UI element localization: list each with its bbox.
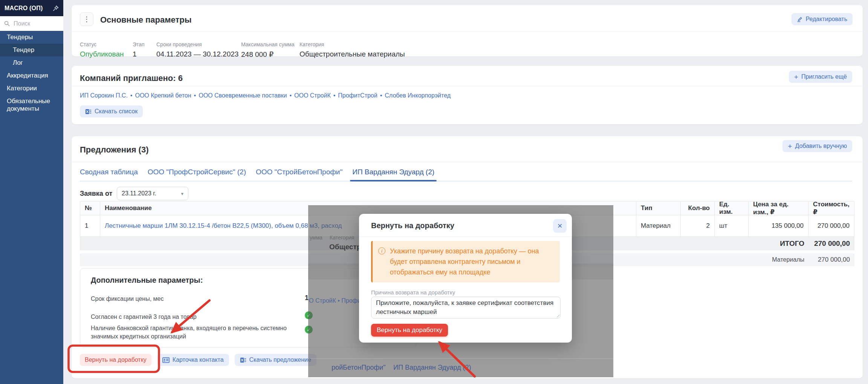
tab-stroybetonprofi[interactable]: ООО "СтройБетонПрофи" xyxy=(256,168,342,176)
sidebar-item-log[interactable]: Лог xyxy=(0,56,63,69)
contact-card-button[interactable]: Карточка контакта xyxy=(157,354,229,366)
field-max-sum: Максимальная сумма 248 000 ₽ xyxy=(241,41,294,59)
reason-field-wrap: Приложите, пожалуйста, к заявке сертифик… xyxy=(371,297,561,318)
sidebar-header: MACRO (ОП) xyxy=(0,0,63,16)
kebab-icon: ⋮ xyxy=(83,15,90,23)
field-stage: Этап 1 xyxy=(133,41,145,58)
dimmed-label: Категория xyxy=(330,235,354,241)
main-params-card: ⋮ Основные параметры Редактировать Стату… xyxy=(72,5,863,56)
tender-page: MACRO (ОП) Тендеры Тендер Лог Аккредитац… xyxy=(0,0,868,384)
dimmed-label: умма xyxy=(310,235,322,241)
excel-icon xyxy=(85,108,92,115)
sidebar-item-accreditation[interactable]: Аккредитация xyxy=(0,69,63,82)
download-offer-button[interactable]: Скачать предложение xyxy=(235,354,316,366)
sidebar-item-tenders[interactable]: Тендеры xyxy=(0,31,63,44)
field-dates: Сроки проведения 04.11.2023 — 30.12.2023 xyxy=(156,41,238,58)
close-icon: ✕ xyxy=(557,222,562,230)
divider xyxy=(72,86,863,86)
edit-button[interactable]: Редактировать xyxy=(792,13,853,25)
download-list-button[interactable]: Скачать список xyxy=(80,105,143,117)
sidebar-search xyxy=(0,16,63,31)
request-date-select[interactable]: 23.11.2023 г. ▾ xyxy=(117,187,188,200)
field-status: Статус Опубликован xyxy=(80,41,124,58)
companies-list: ИП Сорокин П.С.•ООО Крепкий бетон•ООО Св… xyxy=(80,92,451,99)
sidebar-nav: Тендеры Тендер Лог Аккредитация Категори… xyxy=(0,31,63,115)
modal-submit-button[interactable]: Вернуть на доработку xyxy=(371,324,448,337)
plus-icon: + xyxy=(794,73,798,81)
sidebar-item-tender[interactable]: Тендер xyxy=(0,44,63,56)
divider xyxy=(359,236,572,237)
item-name-link[interactable]: Лестничные марши 1ЛМ 30.12.15-4 /бетон В… xyxy=(105,222,342,230)
return-for-revision-modal: Вернуть на доработку ✕ i Укажите причину… xyxy=(359,214,572,343)
offer-actions: Вернуть на доработку Карточка контакта С… xyxy=(80,354,316,366)
divider xyxy=(72,31,863,32)
add-manually-button[interactable]: + Добавить вручную xyxy=(782,140,852,152)
reason-textarea[interactable]: Приложите, пожалуйста, к заявке сертифик… xyxy=(371,297,561,318)
page-title: Основные параметры xyxy=(100,15,191,25)
param-bank-guarantee: Наличие банковской гарантии банка, входя… xyxy=(91,324,296,341)
plus-icon: + xyxy=(788,143,792,150)
search-icon xyxy=(4,20,10,27)
sidebar-item-categories[interactable]: Категории xyxy=(0,82,63,95)
sidebar-item-required-docs[interactable]: Обязательные документы xyxy=(0,95,57,115)
modal-alert: i Укажите причину возврата на доработку … xyxy=(371,241,560,282)
company-link[interactable]: Слобев Инкорпорэйтед xyxy=(385,92,451,99)
field-category: Категория Общестроительные материалы xyxy=(300,41,405,58)
request-from-label: Заявка от xyxy=(80,187,112,200)
dimmed-divider xyxy=(308,358,613,359)
reason-label: Причина возврата на доработку xyxy=(371,289,455,296)
contact-card-icon xyxy=(162,357,170,363)
companies-title: Компаний приглашено: 6 xyxy=(80,73,183,83)
company-link[interactable]: ПрофитСтрой xyxy=(338,92,377,99)
offers-tabs: Сводная таблица ООО "ПрофСтройСервис" (2… xyxy=(80,168,852,181)
dimmed-tab: ИП Варданян Эдуард (2) xyxy=(393,364,471,372)
status-badge: Опубликован xyxy=(80,50,124,58)
tab-profstroyservice[interactable]: ООО "ПрофСтройСервис" (2) xyxy=(148,168,246,176)
companies-card: Компаний приглашено: 6 + Пригласить ещё … xyxy=(72,66,863,124)
divider xyxy=(72,162,863,162)
dimmed-tab: ройБетонПрофи" xyxy=(332,364,386,372)
invite-more-button[interactable]: + Пригласить ещё xyxy=(789,71,852,83)
dimmed-company-links: О СтройК • ПрофитС xyxy=(309,297,359,304)
additional-params-title: Дополнительные параметры: xyxy=(91,276,203,285)
tab-vardanyan[interactable]: ИП Варданян Эдуард (2) xyxy=(352,168,434,176)
app-title: MACRO (ОП) xyxy=(5,5,53,12)
modal-title: Вернуть на доработку xyxy=(371,221,454,230)
pencil-icon xyxy=(797,17,802,22)
info-icon: i xyxy=(378,247,385,254)
chevron-down-icon: ▾ xyxy=(181,191,183,197)
company-link[interactable]: ООО СтройК xyxy=(294,92,331,99)
excel-icon xyxy=(240,357,246,363)
offers-title: Предложения (3) xyxy=(80,145,148,155)
param-warranty: Согласен с гарантией 3 года на товар xyxy=(91,313,296,321)
dimmed-value: Общестро xyxy=(329,243,359,251)
company-link[interactable]: ИП Сорокин П.С. xyxy=(80,92,128,99)
close-button[interactable]: ✕ xyxy=(553,219,567,233)
param-price-fix: Срок фиксации цены, мес xyxy=(91,295,296,303)
company-link[interactable]: ООО Своевременные поставки xyxy=(199,92,287,99)
tab-summary-table[interactable]: Сводная таблица xyxy=(80,168,138,176)
company-link[interactable]: ООО Крепкий бетон xyxy=(135,92,191,99)
return-for-revision-button[interactable]: Вернуть на доработку xyxy=(80,354,151,366)
pin-icon[interactable] xyxy=(53,5,59,11)
kebab-menu-button[interactable]: ⋮ xyxy=(80,12,93,26)
sidebar: MACRO (ОП) Тендеры Тендер Лог Аккредитац… xyxy=(0,0,63,384)
